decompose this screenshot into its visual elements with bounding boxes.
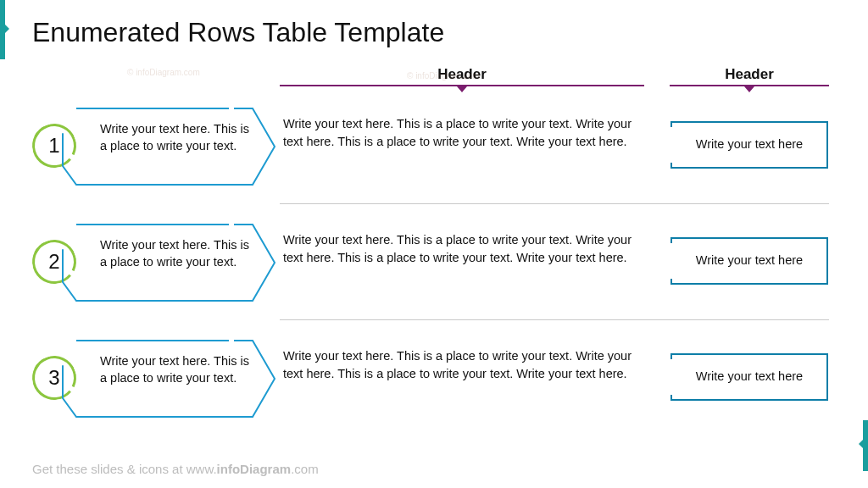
- table-row: 1 Write your text here. This is a place …: [32, 100, 829, 193]
- row-callout-box: Write your text here: [670, 120, 829, 169]
- footer-text-suffix: .com: [291, 462, 319, 476]
- row-body-text: Write your text here. This is a place to…: [283, 115, 644, 151]
- edge-accent-left: [0, 0, 5, 59]
- row-separator: [280, 203, 829, 204]
- row-label-box: Write your text here. This is a place to…: [61, 223, 278, 302]
- edge-accent-right: [863, 420, 868, 471]
- watermark: © infoDiagram.com: [407, 71, 480, 80]
- column-header-3-rule: [670, 85, 829, 86]
- footer-attribution: Get these slides & icons at www.infoDiag…: [32, 462, 319, 476]
- chevron-down-icon: [457, 86, 467, 92]
- row-callout-text: Write your text here: [696, 252, 803, 269]
- row-label-text: Write your text here. This is a place to…: [100, 236, 254, 271]
- slide: Enumerated Rows Table Template Header He…: [0, 0, 868, 488]
- footer-text-prefix: Get these slides & icons at www.: [32, 462, 217, 476]
- row-callout-text: Write your text here: [696, 136, 803, 153]
- row-body-text: Write your text here. This is a place to…: [283, 347, 644, 383]
- row-label-box: Write your text here. This is a place to…: [61, 107, 278, 186]
- column-header-3: Header: [670, 66, 829, 83]
- watermark: © infoDiagram.com: [127, 68, 200, 77]
- row-separator: [280, 319, 829, 320]
- row-callout-box: Write your text here: [670, 236, 829, 286]
- page-title: Enumerated Rows Table Template: [32, 17, 444, 48]
- row-callout-text: Write your text here: [696, 369, 803, 385]
- row-callout-box: Write your text here: [670, 352, 829, 402]
- row-body-text: Write your text here. This is a place to…: [283, 231, 644, 267]
- table-row: 3 Write your text here. This is a place …: [32, 332, 829, 425]
- chevron-down-icon: [744, 86, 754, 92]
- row-label-text: Write your text here. This is a place to…: [100, 120, 254, 155]
- footer-text-bold: infoDiagram: [217, 462, 292, 476]
- column-header-2-rule: [280, 85, 644, 86]
- row-label-box: Write your text here. This is a place to…: [61, 339, 278, 419]
- row-label-text: Write your text here. This is a place to…: [100, 352, 254, 387]
- table-row: 2 Write your text here. This is a place …: [32, 216, 829, 309]
